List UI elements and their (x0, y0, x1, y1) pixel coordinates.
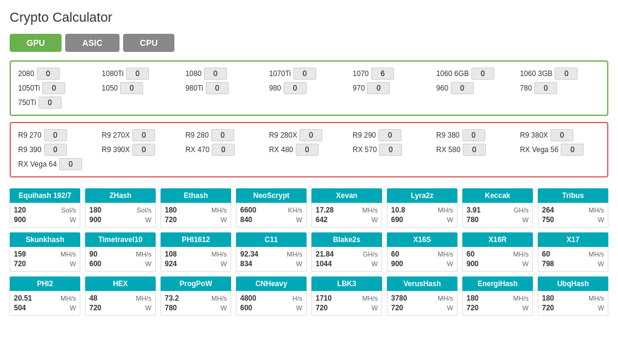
algo-hashrate-value: 17.28 (316, 206, 334, 214)
algo-power-value: 690 (391, 216, 403, 224)
algo-header: C11 (236, 232, 307, 247)
gpu-label: 1070Ti (269, 69, 291, 78)
gpu-input[interactable] (284, 82, 307, 94)
gpu-label: R9 380 (436, 131, 460, 139)
algo-body: 3780 MH/s 720 W (387, 291, 457, 316)
algo-power-row: 924 W (165, 259, 227, 269)
gpu-input[interactable] (293, 68, 316, 80)
algo-header: EnergiHash (462, 276, 533, 291)
algo-power-value: 720 (165, 216, 177, 224)
page-title: Crypto Calculator (10, 10, 608, 25)
gpu-input[interactable] (211, 129, 234, 141)
nvidia-gpu-section: 2080 1080Ti 1080 1070Ti 1070 1060 6GB 10… (10, 60, 608, 116)
algo-power-row: 720 W (89, 303, 151, 313)
gpu-input[interactable] (561, 144, 584, 156)
gpu-label: 1060 3GB (520, 69, 552, 78)
algo-card-ZHash: ZHash 180 Sol/s 900 W (85, 188, 156, 228)
algo-body: 10.8 MH/s 690 W (387, 203, 457, 228)
gpu-label: 1050Ti (18, 84, 40, 92)
gpu-input[interactable] (299, 129, 322, 141)
tab-cpu[interactable]: CPU (123, 34, 175, 52)
gpu-input[interactable] (120, 82, 143, 94)
algo-hashrate-row: 21.84 GH/s (316, 249, 378, 259)
algo-power-value: 720 (316, 304, 328, 312)
tab-gpu[interactable]: GPU (10, 34, 62, 52)
gpu-label: RX 470 (185, 145, 209, 154)
gpu-input[interactable] (59, 158, 82, 170)
amd-gpu-item-R9-390: R9 390 (18, 144, 98, 156)
algo-hashrate-unit: MH/s (513, 295, 529, 302)
gpu-input[interactable] (534, 82, 557, 94)
algo-header: X17 (538, 232, 608, 247)
algo-power-value: 750 (542, 216, 554, 224)
algo-card-Xevan: Xevan 17.28 MH/s 642 W (311, 188, 382, 228)
gpu-input[interactable] (550, 129, 573, 141)
algo-header: X16S (387, 232, 457, 247)
algo-power-unit: W (70, 260, 76, 267)
amd-gpu-item-R9-270X: R9 270X (102, 129, 182, 141)
gpu-input[interactable] (37, 68, 60, 80)
gpu-input[interactable] (132, 129, 155, 141)
nvidia-gpu-item-1070Ti: 1070Ti (269, 68, 349, 80)
algo-power-unit: W (70, 216, 76, 223)
gpu-input[interactable] (132, 144, 155, 156)
gpu-input[interactable] (378, 129, 401, 141)
nvidia-gpu-item-1070: 1070 (352, 68, 433, 80)
gpu-input[interactable] (42, 82, 65, 94)
algo-hashrate-row: 20.51 MH/s (14, 293, 76, 303)
gpu-input[interactable] (463, 144, 486, 156)
algo-hashrate-unit: MH/s (211, 206, 227, 214)
gpu-input[interactable] (206, 82, 229, 94)
algo-hashrate-unit: MH/s (60, 295, 76, 302)
algo-hashrate-row: 180 MH/s (165, 205, 227, 215)
algo-hashrate-unit: MH/s (211, 295, 227, 302)
algo-hashrate-value: 90 (89, 250, 97, 258)
gpu-input[interactable] (471, 68, 494, 80)
algo-power-unit: W (145, 304, 151, 311)
algo-hashrate-row: 92.34 MH/s (240, 249, 302, 259)
algo-hashrate-unit: MH/s (211, 251, 227, 258)
algo-hashrate-row: 4800 H/s (240, 293, 302, 303)
gpu-label: 780 (520, 84, 532, 92)
gpu-input[interactable] (204, 68, 227, 80)
gpu-input[interactable] (371, 68, 394, 80)
amd-gpu-grid: R9 270 R9 270X R9 280 R9 280X R9 290 R9 … (18, 129, 600, 170)
algo-body: 4800 H/s 600 W (236, 291, 307, 316)
algo-hashrate-row: 264 MH/s (542, 205, 604, 215)
amd-gpu-item-R9-380: R9 380 (436, 129, 517, 141)
amd-gpu-item-R9-290: R9 290 (352, 129, 433, 141)
gpu-input[interactable] (126, 68, 149, 80)
amd-gpu-item-R9-380X: R9 380X (520, 129, 600, 141)
algo-power-unit: W (523, 260, 529, 267)
algo-hashrate-value: 4800 (240, 294, 256, 302)
algo-hashrate-row: 60 MH/s (542, 249, 604, 259)
gpu-input[interactable] (296, 144, 319, 156)
algo-card-X16R: X16R 60 MH/s 900 W (462, 232, 533, 272)
algo-header: CNHeavy (236, 276, 307, 291)
algo-hashrate-row: 73.2 MH/s (165, 293, 227, 303)
gpu-input[interactable] (555, 68, 578, 80)
algo-power-unit: W (598, 260, 604, 267)
gpu-input[interactable] (451, 82, 474, 94)
gpu-label: R9 290 (352, 131, 376, 139)
gpu-input[interactable] (367, 82, 390, 94)
algo-card-CNHeavy: CNHeavy 4800 H/s 600 W (236, 276, 307, 316)
algo-power-value: 720 (391, 304, 403, 312)
algo-power-row: 780 W (165, 303, 227, 313)
algo-power-row: 720 W (14, 259, 76, 269)
algo-hashrate-row: 120 Sol/s (14, 205, 76, 215)
algo-power-value: 798 (542, 260, 554, 268)
gpu-input[interactable] (379, 144, 402, 156)
algo-card-UbqHash: UbqHash 180 MH/s 720 W (538, 276, 608, 316)
gpu-input[interactable] (44, 144, 67, 156)
algo-power-unit: W (598, 216, 604, 223)
gpu-input[interactable] (39, 97, 62, 109)
algo-power-value: 720 (542, 304, 554, 312)
gpu-input[interactable] (462, 129, 485, 141)
tab-asic[interactable]: ASIC (65, 34, 119, 52)
algo-hashrate-unit: MH/s (136, 251, 151, 258)
gpu-input[interactable] (212, 144, 235, 156)
gpu-input[interactable] (44, 129, 67, 141)
amd-gpu-item-R9-280X: R9 280X (269, 129, 349, 141)
algo-hashrate-unit: Sol/s (137, 206, 151, 214)
